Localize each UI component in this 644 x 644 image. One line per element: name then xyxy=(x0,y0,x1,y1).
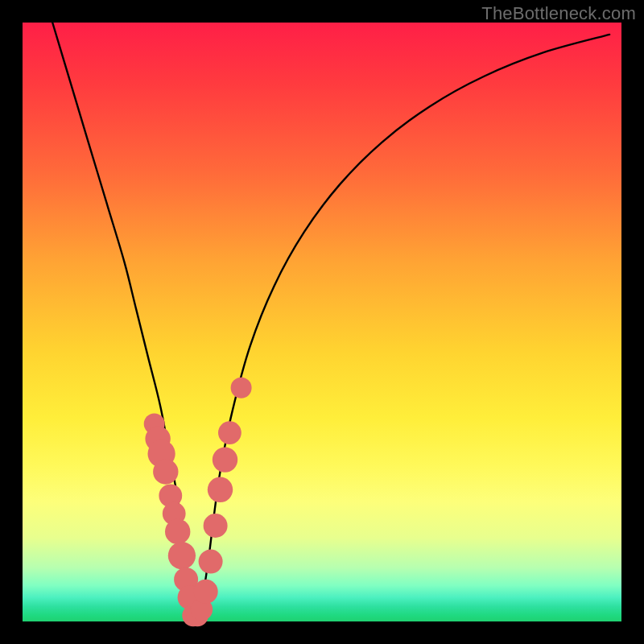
bottleneck-curve xyxy=(52,23,609,618)
curve-marker xyxy=(168,542,196,569)
chart-svg xyxy=(23,23,621,621)
curve-markers xyxy=(144,378,252,627)
curve-marker xyxy=(208,477,233,502)
curve-marker xyxy=(194,580,218,604)
chart-frame xyxy=(23,23,621,621)
curve-marker xyxy=(204,514,228,538)
curve-marker xyxy=(199,550,223,574)
curve-marker xyxy=(231,378,252,398)
curve-marker xyxy=(153,459,178,484)
curve-marker xyxy=(213,447,237,472)
curve-marker xyxy=(218,421,242,444)
watermark-text: TheBottleneck.com xyxy=(481,3,636,24)
curve-marker xyxy=(165,519,190,544)
